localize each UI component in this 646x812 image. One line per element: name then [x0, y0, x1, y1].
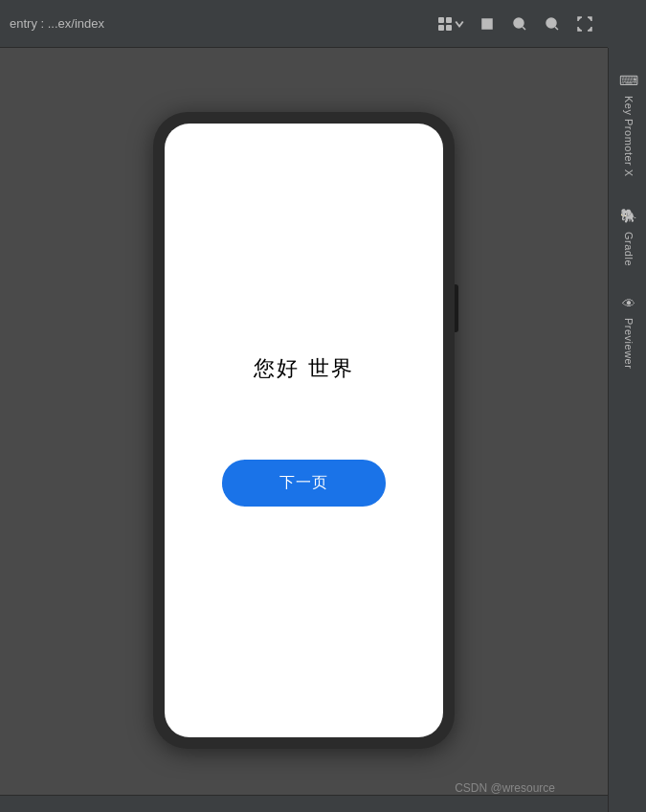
phone-content: 您好 世界 下一页 [222, 354, 386, 507]
svg-rect-3 [446, 25, 452, 31]
key-promoter-label: Key Promoter X [623, 96, 635, 177]
sidebar-tab-previewer[interactable]: 👁 Previewer [609, 282, 647, 384]
watermark: CSDN @wresource [455, 781, 555, 795]
chevron-down-icon [455, 19, 464, 29]
main-area: 您好 世界 下一页 CSDN @wresource ⌨ Key Promoter… [0, 48, 646, 812]
svg-rect-1 [446, 17, 452, 23]
next-page-button[interactable]: 下一页 [222, 460, 386, 507]
key-promoter-icon: ⌨ [621, 73, 636, 88]
zoom-in-icon [545, 16, 560, 32]
svg-rect-0 [438, 17, 444, 23]
phone-mockup: 您好 世界 下一页 [153, 112, 455, 749]
fullscreen-icon [577, 16, 592, 32]
crop-button[interactable] [474, 11, 501, 37]
svg-rect-2 [438, 25, 444, 31]
svg-rect-4 [482, 19, 492, 29]
bottom-bar [0, 795, 608, 812]
zoom-out-icon [512, 16, 527, 32]
toolbar-actions [434, 11, 598, 37]
right-sidebar: ⌨ Key Promoter X 🐘 Gradle 👁 Previewer [608, 48, 646, 812]
toolbar: entry : ...ex/index [0, 0, 608, 48]
phone-side-button [455, 284, 458, 332]
zoom-out-button[interactable] [506, 11, 533, 37]
svg-line-7 [523, 27, 525, 30]
grid-dropdown-button[interactable] [434, 11, 468, 37]
grid-icon [437, 16, 453, 32]
sidebar-tab-gradle[interactable]: 🐘 Gradle [609, 192, 647, 282]
fullscreen-button[interactable] [571, 11, 598, 37]
svg-line-11 [555, 27, 558, 30]
toolbar-title: entry : ...ex/index [10, 16, 434, 31]
previewer-label: Previewer [623, 318, 635, 369]
canvas-area: 您好 世界 下一页 CSDN @wresource [0, 48, 608, 812]
crop-icon [479, 16, 495, 32]
phone-screen: 您好 世界 下一页 [165, 124, 443, 737]
gradle-icon: 🐘 [621, 208, 636, 224]
hello-world-text: 您好 世界 [254, 354, 353, 383]
sidebar-tab-key-promoter-x[interactable]: ⌨ Key Promoter X [609, 57, 647, 192]
gradle-label: Gradle [623, 232, 635, 266]
previewer-icon: 👁 [621, 297, 636, 310]
zoom-in-button[interactable] [539, 11, 566, 37]
